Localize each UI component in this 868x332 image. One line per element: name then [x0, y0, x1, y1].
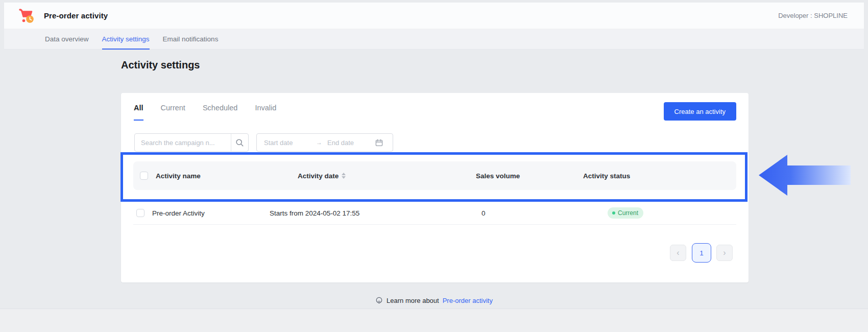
footer-link-preorder-activity[interactable]: Pre-order activity	[443, 297, 493, 304]
campaign-search-input[interactable]	[135, 134, 231, 151]
filter-tab-scheduled[interactable]: Scheduled	[203, 104, 238, 121]
pagination-prev-button[interactable]: ‹	[670, 245, 686, 261]
account-label: Developer : SHOPLINE	[778, 12, 864, 19]
select-all-checkbox[interactable]	[140, 172, 148, 180]
nav-tabbar: Data overview Activity settings Email no…	[4, 29, 864, 50]
create-activity-button[interactable]: Create an activity	[664, 102, 736, 121]
column-header-activity-date[interactable]: Activity date	[298, 161, 346, 190]
tip-lightbulb-icon	[375, 297, 383, 304]
filter-tab-current[interactable]: Current	[161, 104, 185, 121]
status-badge: Current	[608, 207, 643, 219]
app-header: Pre-order activity Developer : SHOPLINE	[4, 3, 864, 29]
bottom-seam-divider	[0, 309, 868, 332]
pagination-page-1-button[interactable]: 1	[692, 243, 711, 263]
row-activity-name: Pre-order Activity	[152, 202, 205, 225]
pagination-next-button[interactable]: ›	[716, 245, 733, 261]
app-logo-icon	[18, 8, 35, 23]
status-badge-label: Current	[618, 209, 638, 217]
sort-icon[interactable]	[342, 173, 346, 179]
nav-tab-email-notifications[interactable]: Email notifications	[163, 29, 219, 49]
status-dot-icon	[612, 211, 615, 215]
column-header-activity-name: Activity name	[156, 161, 201, 190]
filter-tab-invalid[interactable]: Invalid	[255, 104, 276, 121]
date-range-picker: →	[256, 133, 393, 152]
search-icon[interactable]	[231, 134, 248, 151]
column-header-activity-date-label: Activity date	[298, 172, 339, 180]
row-sales-volume: 0	[481, 202, 486, 225]
annotation-arrow-icon	[759, 155, 851, 196]
calendar-icon[interactable]	[375, 139, 383, 149]
app-title: Pre-order activity	[44, 11, 108, 20]
column-header-sales-volume: Sales volume	[476, 161, 520, 190]
table-header-row: Activity name Activity date Sales volume…	[133, 161, 736, 190]
date-range-arrow-icon: →	[316, 139, 322, 146]
activity-settings-card: All Current Scheduled Invalid Create an …	[121, 93, 749, 282]
footer: Learn more about Pre-order activity	[0, 297, 868, 304]
table-row[interactable]: Pre-order Activity Starts from 2024-05-0…	[133, 202, 736, 225]
end-date-input[interactable]	[327, 134, 371, 151]
status-filter-tabs: All Current Scheduled Invalid	[134, 104, 294, 121]
campaign-search-box	[134, 133, 249, 152]
row-activity-date: Starts from 2024-05-02 17:55	[270, 202, 359, 225]
column-header-activity-status: Activity status	[583, 161, 630, 190]
page-title: Activity settings	[121, 59, 200, 71]
nav-tab-activity-settings[interactable]: Activity settings	[102, 29, 150, 49]
nav-tab-data-overview[interactable]: Data overview	[45, 29, 89, 49]
filter-tab-all[interactable]: All	[134, 104, 143, 121]
footer-text: Learn more about	[387, 297, 439, 304]
start-date-input[interactable]	[264, 134, 313, 151]
row-checkbox[interactable]	[136, 209, 144, 217]
